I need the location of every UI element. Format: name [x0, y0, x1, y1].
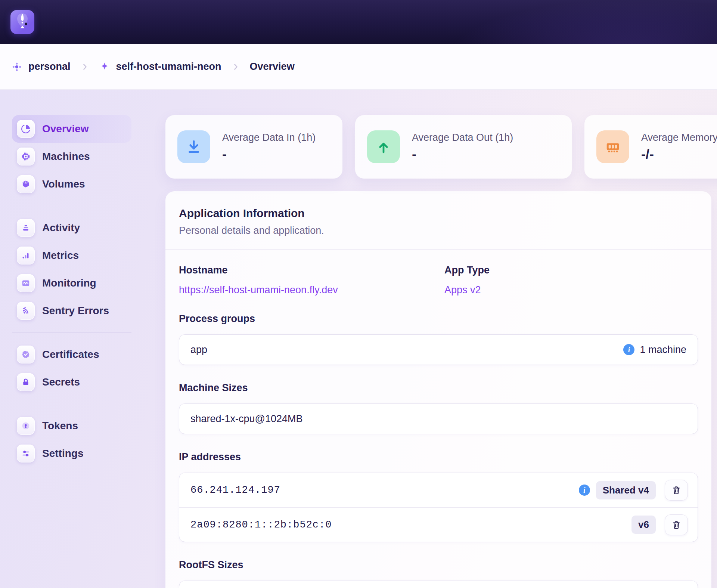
keyhole-icon — [17, 417, 35, 435]
machine-sizes-label: Machine Sizes — [179, 382, 698, 394]
sidebar-label: Sentry Errors — [42, 305, 109, 317]
breadcrumb-org[interactable]: personal — [11, 61, 71, 72]
rootfs-row: 474 MB i 1 machine — [179, 581, 698, 588]
stat-value: - — [412, 146, 513, 162]
sentry-icon — [17, 302, 35, 320]
sidebar-label: Settings — [42, 448, 83, 459]
upload-icon — [367, 130, 400, 163]
hostname-link[interactable]: https://self-host-umami-neon.fly.dev — [179, 284, 338, 296]
main-panel: Average Data In (1h) - Average Data Out … — [165, 90, 711, 588]
machine-size-row: shared-1x-cpu@1024MB — [179, 404, 698, 434]
lock-icon — [17, 373, 35, 391]
machine-sizes-box: shared-1x-cpu@1024MB — [179, 403, 698, 434]
sidebar-item-overview[interactable]: Overview — [12, 115, 131, 143]
ip-addresses-section: IP addresses 66.241.124.197 i Shared v4 — [179, 451, 698, 542]
ip-row: 2a09:8280:1::2b:b52c:0 v6 — [179, 507, 698, 542]
sidebar-label: Metrics — [42, 250, 79, 261]
bar-chart-icon — [17, 247, 35, 264]
app-type-link[interactable]: Apps v2 — [444, 284, 481, 296]
sidebar-item-machines[interactable]: Machines — [12, 143, 131, 170]
process-groups-section: Process groups app i 1 machine — [179, 313, 698, 365]
ip-badge: v6 — [631, 516, 656, 534]
sidebar-divider — [12, 332, 131, 333]
sparkle-icon — [99, 61, 110, 72]
trash-icon — [671, 485, 681, 495]
stats-row: Average Data In (1h) - Average Data Out … — [165, 115, 717, 179]
info-icon[interactable]: i — [579, 485, 590, 496]
breadcrumb-app-label: self-host-umami-neon — [116, 61, 221, 72]
stat-card-memory: Average Memory -/- — [584, 115, 717, 179]
sidebar-label: Machines — [42, 151, 90, 163]
info-icon[interactable]: i — [623, 344, 634, 355]
stack-icon — [17, 219, 35, 237]
chevron-right-icon — [231, 62, 240, 71]
application-information-header: Application Information Personal details… — [165, 191, 711, 250]
delete-ip-button[interactable] — [665, 480, 688, 501]
process-groups-label: Process groups — [179, 313, 698, 325]
pie-chart-icon — [17, 120, 35, 138]
sidebar-divider — [12, 206, 131, 206]
stat-label: Average Memory — [641, 132, 717, 143]
sidebar-label: Secrets — [42, 376, 80, 388]
sidebar-item-metrics[interactable]: Metrics — [12, 242, 131, 269]
package-icon — [17, 175, 35, 193]
process-group-row: app i 1 machine — [179, 335, 698, 365]
rootfs-sizes-label: RootFS Sizes — [179, 559, 698, 571]
sidebar-item-sentry-errors[interactable]: Sentry Errors — [12, 297, 131, 325]
sidebar-item-secrets[interactable]: Secrets — [12, 368, 131, 396]
sidebar-item-monitoring[interactable]: Monitoring — [12, 269, 131, 297]
ip-addresses-label: IP addresses — [179, 451, 698, 463]
download-icon — [177, 130, 210, 163]
sidebar-divider — [12, 404, 131, 404]
process-group-name: app — [190, 344, 207, 356]
application-information-card: Application Information Personal details… — [165, 191, 711, 588]
fly-logo[interactable] — [10, 10, 34, 34]
delete-ip-button[interactable] — [665, 514, 688, 535]
machine-size-value: shared-1x-cpu@1024MB — [190, 413, 303, 425]
stat-label: Average Data In (1h) — [222, 132, 316, 143]
sidebar-label: Tokens — [42, 420, 78, 432]
app-type-label: App Type — [444, 264, 698, 276]
sidebar-label: Volumes — [42, 178, 85, 190]
ip-addresses-box: 66.241.124.197 i Shared v4 — [179, 473, 698, 542]
sidebar-item-activity[interactable]: Activity — [12, 214, 131, 242]
cpu-icon — [17, 148, 35, 165]
sidebar: Overview Machines — [12, 90, 131, 588]
breadcrumb-org-label: personal — [28, 61, 71, 72]
sidebar-label: Overview — [42, 123, 89, 135]
rootfs-sizes-section: RootFS Sizes 474 MB i 1 machine — [179, 559, 698, 588]
stat-value: - — [222, 146, 316, 162]
rootfs-sizes-box: 474 MB i 1 machine — [179, 581, 698, 588]
fly-balloon-icon — [10, 10, 34, 34]
ip-row: 66.241.124.197 i Shared v4 — [179, 473, 698, 507]
top-navbar — [0, 0, 717, 44]
chevron-right-icon — [80, 62, 89, 71]
stat-card-data-out: Average Data Out (1h) - — [355, 115, 572, 179]
stat-label: Average Data Out (1h) — [412, 132, 513, 143]
sidebar-label: Certificates — [42, 349, 99, 360]
sidebar-label: Monitoring — [42, 277, 96, 289]
hostname-label: Hostname — [179, 264, 444, 276]
stat-value: -/- — [641, 146, 717, 162]
sliders-icon — [17, 445, 35, 462]
sidebar-item-certificates[interactable]: Certificates — [12, 341, 131, 368]
app-type-field: App Type Apps v2 — [444, 264, 698, 296]
ip-address-v4: 66.241.124.197 — [190, 485, 280, 496]
breadcrumb: personal self-host-umami-neon Overview — [0, 44, 717, 90]
badge-check-icon — [17, 346, 35, 363]
machine-sizes-section: Machine Sizes shared-1x-cpu@1024MB — [179, 382, 698, 434]
card-subtitle: Personal details and application. — [179, 225, 698, 236]
content-area: Overview Machines — [0, 90, 717, 588]
sidebar-item-settings[interactable]: Settings — [12, 440, 131, 467]
breadcrumb-page: Overview — [250, 61, 295, 72]
ip-address-v6: 2a09:8280:1::2b:b52c:0 — [190, 519, 332, 530]
machine-count-label: 1 machine — [640, 344, 686, 356]
sidebar-item-volumes[interactable]: Volumes — [12, 170, 131, 198]
trash-icon — [671, 520, 681, 530]
sidebar-item-tokens[interactable]: Tokens — [12, 412, 131, 440]
sidebar-label: Activity — [42, 222, 80, 234]
breadcrumb-app[interactable]: self-host-umami-neon — [99, 61, 221, 72]
pulse-icon — [17, 274, 35, 292]
process-groups-box: app i 1 machine — [179, 334, 698, 365]
process-group-machines: i 1 machine — [623, 344, 686, 356]
